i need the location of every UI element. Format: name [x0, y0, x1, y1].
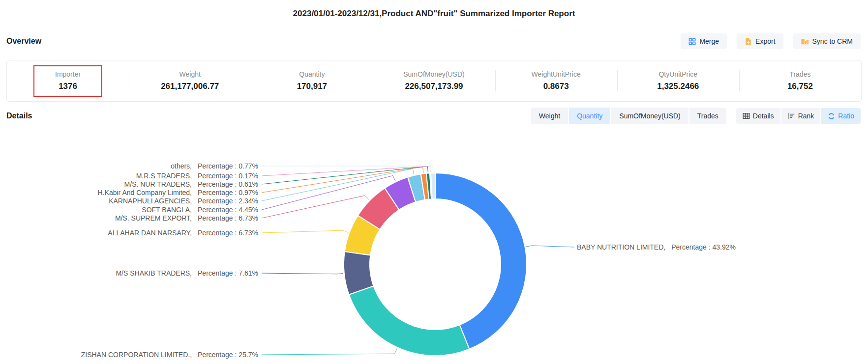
stat-value: 1376 — [59, 82, 77, 91]
pie-leader-line — [526, 246, 574, 247]
pie-label-allahar-dan-narsary: ALLAHAR DAN NARSARY,Percentage : 6.73% — [0, 228, 258, 237]
pie-label-name: H.Kabir And Company Limited, — [98, 189, 192, 196]
pie-label-m-s-suprem-export: M/S. SUPREM EXPORT,Percentage : 6.73% — [0, 214, 258, 223]
merge-button[interactable]: Merge — [681, 33, 727, 49]
pie-label-soft-bangla: SOFT BANGLA,Percentage : 4.45% — [0, 205, 258, 214]
table-icon — [743, 112, 750, 119]
rank-view-button[interactable]: Rank — [781, 108, 821, 124]
tab-trades[interactable]: Trades — [689, 108, 726, 124]
page-title: 2023/01/01-2023/12/31,Product AND"fruit"… — [0, 0, 868, 19]
pie-label-name: ALLAHAR DAN NARSARY, — [108, 229, 192, 237]
pie-label-baby-nutrition-limited: BABY NUTRITION LIMITED,Percentage : 43.9… — [577, 243, 736, 252]
pie-label-karnaphuli-agencies: KARNAPHULI AGENCIES,Percentage : 2.34% — [0, 196, 258, 205]
pie-label-name: BABY NUTRITION LIMITED, — [577, 243, 665, 251]
details-header-row: Details WeightQuantitySumOfMoney(USD)Tra… — [6, 108, 861, 124]
pie-label-percentage: Percentage : 25.7% — [198, 351, 258, 359]
pie-leader-line — [262, 348, 397, 355]
pie-label-name: M/S. NUR TRADERS, — [124, 180, 192, 188]
pie-label-name: SOFT BANGLA, — [142, 206, 192, 214]
stat-value: 170,917 — [297, 82, 327, 91]
pie-label-name: M/S SHAKIB TRADERS, — [116, 269, 192, 277]
pie-label-name: ZISHAN CORPORATION LIMITED., — [81, 351, 192, 359]
action-buttons: Merge Export Sync to CRM — [681, 33, 861, 49]
tab-sumofmoney-usd[interactable]: SumOfMoney(USD) — [611, 108, 688, 124]
rank-icon — [788, 112, 795, 119]
stat-weightunitprice: WeightUnitPrice0.8673 — [495, 60, 617, 101]
merge-button-label: Merge — [699, 37, 719, 45]
stat-importer: Importer1376 — [7, 60, 129, 101]
stat-label: Trades — [789, 70, 810, 78]
stat-label: Importer — [55, 70, 81, 78]
pie-leader-line — [262, 230, 349, 233]
export-icon — [745, 38, 752, 45]
tab-weight[interactable]: Weight — [531, 108, 568, 124]
pie-label-m-r-s-traders: M.R.S TRADERS,Percentage : 0.17% — [0, 171, 258, 180]
stat-sumofmoney-usd: SumOfMoney(USD)226,507,173.99 — [373, 60, 495, 101]
stat-value: 261,177,006.77 — [161, 82, 219, 91]
stat-weight: Weight261,177,006.77 — [129, 60, 251, 101]
export-button-label: Export — [755, 37, 775, 45]
pie-leader-line — [262, 196, 369, 218]
export-button[interactable]: Export — [737, 33, 783, 49]
stat-value: 0.8673 — [543, 82, 569, 91]
sync-folder-icon — [801, 38, 809, 45]
stat-label: QtyUnitPrice — [658, 70, 697, 78]
tab-quantity[interactable]: Quantity — [569, 108, 610, 124]
stat-label: WeightUnitPrice — [532, 70, 581, 78]
stats-card: Importer1376Weight261,177,006.77Quantity… — [6, 60, 862, 102]
rank-view-button-label: Rank — [798, 112, 814, 120]
overview-header-row: Overview Merge Export Sync to CRM — [6, 33, 861, 49]
stat-qtyunitprice: QtyUnitPrice1,325.2466 — [617, 60, 739, 101]
pie-label-percentage: Percentage : 4.45% — [198, 206, 258, 214]
stat-label: Quantity — [299, 70, 325, 78]
pie-label-h-kabir-and-company-limited: H.Kabir And Company Limited,Percentage :… — [0, 188, 258, 197]
merge-icon — [688, 38, 696, 45]
sync-to-crm-button[interactable]: Sync to CRM — [793, 33, 861, 49]
pie-label-percentage: Percentage : 6.73% — [198, 229, 258, 237]
pie-label-others: others,Percentage : 0.77% — [0, 162, 258, 170]
pie-label-name: KARNAPHULI AGENCIES, — [109, 197, 192, 205]
pie-label-percentage: Percentage : 0.97% — [198, 189, 258, 196]
details-view-button[interactable]: Details — [736, 108, 780, 124]
ratio-icon — [828, 112, 835, 120]
sync-to-crm-button-label: Sync to CRM — [812, 37, 853, 45]
stat-value: 16,752 — [787, 82, 813, 91]
pie-label-percentage: Percentage : 6.73% — [198, 214, 258, 222]
pie-label-percentage: Percentage : 43.92% — [671, 243, 736, 251]
overview-heading: Overview — [6, 37, 41, 46]
pie-leader-line — [262, 166, 433, 172]
pie-slice-others[interactable] — [431, 173, 435, 199]
pie-label-percentage: Percentage : 0.77% — [198, 162, 258, 170]
pie-label-percentage: Percentage : 7.61% — [198, 269, 258, 277]
ratio-view-button-label: Ratio — [838, 112, 854, 120]
pie-label-percentage: Percentage : 0.17% — [198, 172, 258, 180]
stat-label: Weight — [180, 70, 201, 78]
stat-quantity: Quantity170,917 — [251, 60, 373, 101]
pie-label-name: M/S. SUPREM EXPORT, — [115, 214, 192, 222]
pie-label-zishan-corporation-limited: ZISHAN CORPORATION LIMITED.,Percentage :… — [0, 350, 258, 359]
stat-value: 226,507,173.99 — [405, 82, 463, 91]
ratio-view-button[interactable]: Ratio — [821, 108, 861, 124]
importer-report-page: 2023/01/01-2023/12/31,Product AND"fruit"… — [0, 0, 868, 124]
pie-leader-line — [262, 273, 343, 274]
stat-label: SumOfMoney(USD) — [403, 70, 464, 78]
pie-slice-zishan-corporation-limited[interactable] — [349, 286, 470, 356]
stat-trades: Trades16,752 — [739, 60, 861, 101]
pie-slice-baby-nutrition-limited[interactable] — [435, 173, 527, 349]
pie-label-m-s-shakib-traders: M/S SHAKIB TRADERS,Percentage : 7.61% — [0, 269, 258, 278]
view-buttons: Details Rank Ratio — [736, 108, 861, 124]
details-view-button-label: Details — [753, 112, 774, 120]
pie-label-m-s-nur-traders: M/S. NUR TRADERS,Percentage : 0.61% — [0, 180, 258, 189]
measure-tabs: WeightQuantitySumOfMoney(USD)Trades — [531, 108, 726, 124]
pie-label-name: M.R.S TRADERS, — [136, 172, 192, 180]
pie-label-percentage: Percentage : 0.61% — [198, 180, 258, 188]
details-heading: Details — [6, 112, 32, 120]
pie-leader-line — [262, 166, 430, 176]
stat-value: 1,325.2466 — [657, 82, 699, 91]
pie-label-percentage: Percentage : 2.34% — [198, 197, 258, 205]
pie-label-name: others, — [171, 162, 192, 170]
